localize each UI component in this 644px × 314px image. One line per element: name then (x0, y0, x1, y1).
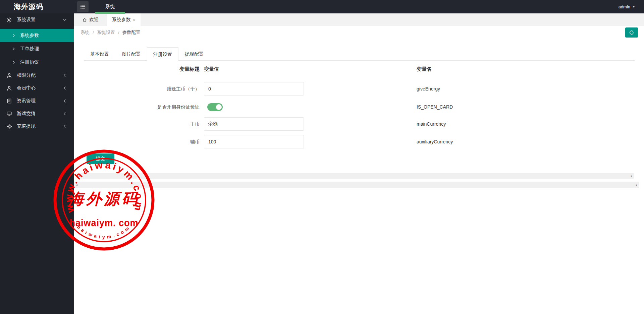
row-label: 是否开启身份证验证 (74, 100, 200, 114)
form-tab-withdraw[interactable]: 提现配置 (178, 47, 210, 61)
breadcrumb-item[interactable]: 系统 (80, 29, 90, 36)
refresh-icon (629, 30, 634, 35)
give-energy-input[interactable] (204, 82, 304, 96)
sidebar-item-label: 权限分配 (17, 72, 62, 78)
breadcrumb-row: 系统 / 系统设置 / 参数配置 (74, 26, 644, 39)
home-icon (82, 17, 87, 22)
breadcrumb: 系统 / 系统设置 / 参数配置 (74, 29, 141, 36)
variable-name: giveEnergy (417, 82, 440, 96)
table-header-row: 变量标题 变量值 变量名 (74, 66, 644, 73)
sidebar-item-label: 系统设置 (17, 17, 62, 23)
breadcrumb-separator: / (118, 30, 119, 35)
scroll-right-icon[interactable]: ▸ (636, 183, 638, 187)
sidebar-item-news-management[interactable]: 资讯管理 (0, 95, 74, 107)
sidebar-item-system-params[interactable]: 系统参数 (0, 29, 74, 42)
sidebar-item-permissions[interactable]: 权限分配 (0, 69, 74, 82)
variable-name: IS_OPEN_CARD (417, 100, 453, 114)
tab-welcome[interactable]: 欢迎 (74, 13, 107, 26)
table-row: 辅币 auxiliaryCurrency (74, 135, 644, 148)
scroll-right-icon[interactable]: ▸ (631, 174, 633, 178)
form-tab-images[interactable]: 图片配置 (115, 47, 147, 61)
chevron-left-icon (62, 73, 67, 78)
caret-down-icon: ▼ (632, 5, 635, 8)
horizontal-scrollbar[interactable]: ◂ ▸ (74, 182, 639, 188)
auxiliary-currency-input[interactable] (204, 135, 304, 148)
topnav-item-system[interactable]: 系统 (95, 0, 125, 13)
chevron-left-icon (62, 86, 67, 90)
chevron-left-icon (62, 124, 67, 129)
user-icon (6, 85, 12, 91)
breadcrumb-item[interactable]: 系统设置 (97, 29, 115, 36)
tab-system-params-label: 系统参数 (112, 17, 131, 23)
table-row: 是否开启身份证验证 IS_OPEN_CARD (74, 100, 644, 114)
form-tab-register[interactable]: 注册设置 (147, 47, 178, 61)
sidebar-item-system-settings[interactable]: 系统设置 (0, 13, 74, 26)
sidebar-item-label: 资讯管理 (17, 98, 62, 104)
form-tab-basic[interactable]: 基本设置 (84, 47, 115, 61)
arrow-right-icon (12, 47, 16, 51)
main-currency-input[interactable] (204, 117, 304, 131)
gear-icon (6, 124, 12, 129)
sidebar-item-label: 会员中心 (17, 85, 62, 91)
table-row: 赠送主币（个） giveEnergy (74, 82, 644, 96)
chevron-down-icon (62, 17, 67, 22)
breadcrumb-item-current: 参数配置 (122, 29, 141, 36)
scroll-left-icon[interactable]: ◂ (78, 174, 79, 178)
submit-button[interactable]: 提交 (87, 153, 114, 164)
sidebar-item-recharge-withdraw[interactable]: 充值提现 (0, 120, 74, 133)
breadcrumb-separator: / (93, 30, 94, 35)
sidebar-item-member-center[interactable]: 会员中心 (0, 82, 74, 95)
sidebar-item-register-agreement[interactable]: 注册协议 (0, 56, 74, 69)
row-label: 主币 (74, 117, 200, 131)
refresh-button[interactable] (625, 27, 638, 38)
table-row: 主币 mainCurrency (74, 117, 644, 131)
gear-icon (6, 17, 12, 23)
sidebar-item-label: 工单处理 (20, 46, 39, 52)
header-variable-title: 变量标题 (74, 66, 200, 72)
tab-welcome-label: 欢迎 (89, 17, 99, 23)
page-tabstrip: 欢迎 系统参数 × (74, 13, 644, 26)
header-variable-name: 变量名 (417, 66, 432, 72)
main-content: 基本设置 图片配置 注册设置 提现配置 变量标题 变量值 变量名 赠送主币（个）… (74, 39, 644, 314)
sidebar: 系统设置 系统参数 工单处理 注册协议 (0, 13, 74, 314)
variable-name: auxiliaryCurrency (417, 135, 453, 148)
header-variable-value: 变量值 (204, 66, 219, 72)
sidebar-toggle-button[interactable] (77, 1, 89, 12)
admin-screen: 海外源码 系统 admin ▼ 系统设置 (0, 0, 644, 314)
topnav-item-label: 系统 (105, 4, 115, 10)
app-logo: 海外源码 (0, 2, 74, 11)
sidebar-item-label: 游戏竞猜 (17, 111, 62, 117)
form-tabs: 基本设置 图片配置 注册设置 提现配置 (84, 47, 635, 61)
topbar: 海外源码 系统 admin ▼ (0, 0, 644, 13)
close-icon[interactable]: × (133, 17, 136, 22)
user-menu[interactable]: admin ▼ (619, 4, 644, 9)
row-label: 赠送主币（个） (74, 82, 200, 96)
hamburger-icon (79, 3, 86, 10)
variable-name: mainCurrency (417, 117, 446, 131)
horizontal-scrollbar[interactable]: ◂ ▸ (76, 173, 634, 179)
toggle-knob (216, 104, 222, 110)
sidebar-item-work-orders[interactable]: 工单处理 (0, 42, 74, 56)
sidebar-item-label: 充值提现 (17, 123, 62, 129)
tab-system-params[interactable]: 系统参数 × (107, 13, 141, 26)
sidebar-item-label: 注册协议 (20, 59, 39, 65)
book-icon (6, 98, 12, 104)
chevron-left-icon (62, 99, 67, 103)
username-label: admin (619, 4, 630, 9)
monitor-icon (6, 111, 12, 117)
sidebar-item-label: 系统参数 (20, 33, 39, 39)
chevron-left-icon (62, 111, 67, 116)
arrow-right-icon (12, 34, 16, 38)
nav-active-indicator (95, 12, 125, 14)
sidebar-item-game-betting[interactable]: 游戏竞猜 (0, 107, 74, 120)
user-badge-icon (6, 73, 12, 78)
identity-verify-toggle[interactable] (207, 103, 223, 111)
scroll-left-icon[interactable]: ◂ (76, 183, 77, 187)
arrow-right-icon (12, 60, 16, 64)
row-label: 辅币 (74, 135, 200, 148)
